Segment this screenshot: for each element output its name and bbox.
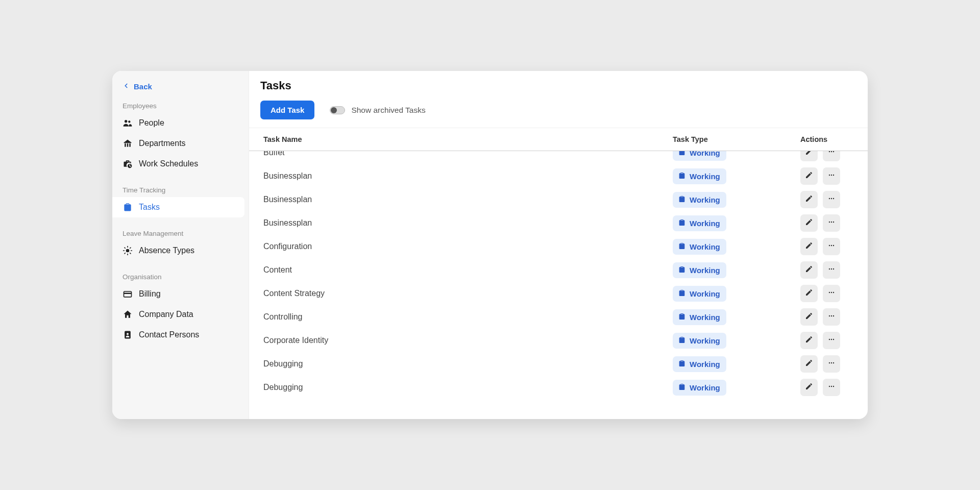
task-type-label: Working (690, 242, 720, 251)
row-actions (800, 238, 856, 255)
edit-button[interactable] (800, 379, 818, 396)
clipboard-icon (678, 242, 686, 252)
task-name: Corporate Identity (260, 336, 673, 345)
task-type-badge: Working (673, 215, 726, 231)
clipboard-icon (678, 312, 686, 322)
sidebar-item-company-data[interactable]: Company Data (112, 304, 249, 325)
sidebar-item-label: People (139, 118, 164, 128)
svg-line-11 (125, 248, 125, 248)
svg-point-51 (833, 386, 834, 387)
archived-toggle[interactable] (330, 106, 345, 114)
svg-point-28 (829, 222, 830, 223)
table-row: ContentWorking (260, 258, 856, 282)
svg-line-14 (130, 248, 131, 248)
edit-button[interactable] (800, 308, 818, 326)
clipboard-icon (678, 218, 686, 228)
dots-icon (827, 218, 836, 228)
sidebar-item-billing[interactable]: Billing (112, 284, 249, 304)
clipboard-icon (122, 202, 133, 212)
dots-icon (827, 335, 836, 346)
pencil-icon (805, 218, 813, 228)
edit-button[interactable] (800, 167, 818, 185)
more-button[interactable] (823, 308, 840, 326)
clipboard-icon (678, 265, 686, 275)
table-row: DebuggingWorking (260, 352, 856, 376)
main-header: Tasks Add Task Show archived Tasks (249, 71, 868, 128)
task-type-cell: Working (673, 380, 800, 396)
dots-icon (827, 288, 836, 299)
pencil-icon (805, 194, 813, 205)
more-button[interactable] (823, 332, 840, 349)
pencil-icon (805, 312, 813, 322)
edit-button[interactable] (800, 191, 818, 208)
sidebar-item-label: Departments (139, 139, 186, 148)
more-button[interactable] (823, 191, 840, 208)
svg-line-13 (125, 253, 125, 254)
nav-group-title: Leave Management (112, 226, 249, 240)
svg-point-45 (833, 339, 834, 340)
svg-rect-4 (129, 143, 131, 147)
sidebar-item-work-schedules[interactable]: Work Schedules (112, 154, 249, 174)
clipboard-icon (678, 151, 686, 158)
sidebar-item-people[interactable]: People (112, 113, 249, 133)
edit-button[interactable] (800, 355, 818, 373)
row-actions (800, 285, 856, 302)
task-type-label: Working (690, 219, 720, 228)
pencil-icon (805, 265, 813, 275)
more-button[interactable] (823, 151, 840, 161)
sidebar-item-departments[interactable]: Departments (112, 133, 249, 154)
svg-point-27 (833, 198, 834, 199)
sidebar-item-tasks[interactable]: Tasks (112, 197, 244, 217)
sidebar-item-absence-types[interactable]: Absence Types (112, 240, 249, 261)
person-badge-icon (122, 330, 133, 340)
more-button[interactable] (823, 285, 840, 302)
task-type-label: Working (690, 172, 720, 181)
sidebar-item-label: Contact Persons (139, 330, 199, 339)
sidebar: Back EmployeesPeopleDepartmentsWork Sche… (112, 71, 249, 419)
svg-point-25 (829, 198, 830, 199)
task-type-label: Working (690, 360, 720, 369)
edit-button[interactable] (800, 151, 818, 161)
table-row: DebuggingWorking (260, 376, 856, 399)
more-button[interactable] (823, 238, 840, 255)
clipboard-icon (678, 289, 686, 299)
task-type-cell: Working (673, 151, 800, 161)
edit-button[interactable] (800, 285, 818, 302)
pencil-icon (805, 382, 813, 393)
dots-icon (827, 382, 836, 393)
row-actions (800, 167, 856, 185)
back-link[interactable]: Back (112, 79, 249, 98)
sidebar-item-label: Work Schedules (139, 159, 198, 168)
nav-group-title: Time Tracking (112, 182, 249, 197)
edit-button[interactable] (800, 261, 818, 279)
sidebar-item-contact-persons[interactable]: Contact Persons (112, 325, 249, 345)
svg-point-46 (829, 362, 830, 363)
svg-point-30 (833, 222, 834, 223)
svg-point-20 (831, 151, 832, 152)
task-name: Buffet (260, 151, 673, 157)
task-type-cell: Working (673, 286, 800, 302)
more-button[interactable] (823, 261, 840, 279)
edit-button[interactable] (800, 214, 818, 232)
more-button[interactable] (823, 355, 840, 373)
table-body[interactable]: BuffetWorkingBusinessplanWorkingBusiness… (249, 151, 868, 419)
task-name: Content Strategy (260, 289, 673, 298)
edit-button[interactable] (800, 332, 818, 349)
more-button[interactable] (823, 167, 840, 185)
task-name: Debugging (260, 359, 673, 369)
add-task-button[interactable]: Add Task (260, 101, 314, 119)
svg-line-12 (130, 253, 131, 254)
more-button[interactable] (823, 379, 840, 396)
svg-point-50 (831, 386, 832, 387)
svg-point-1 (128, 120, 130, 122)
more-button[interactable] (823, 214, 840, 232)
task-name: Configuration (260, 242, 673, 251)
task-type-cell: Working (673, 262, 800, 278)
task-type-badge: Working (673, 239, 726, 255)
svg-point-31 (829, 245, 830, 246)
dots-icon (827, 194, 836, 205)
svg-point-0 (125, 120, 127, 122)
svg-point-29 (831, 222, 832, 223)
edit-button[interactable] (800, 238, 818, 255)
task-name: Controlling (260, 312, 673, 322)
